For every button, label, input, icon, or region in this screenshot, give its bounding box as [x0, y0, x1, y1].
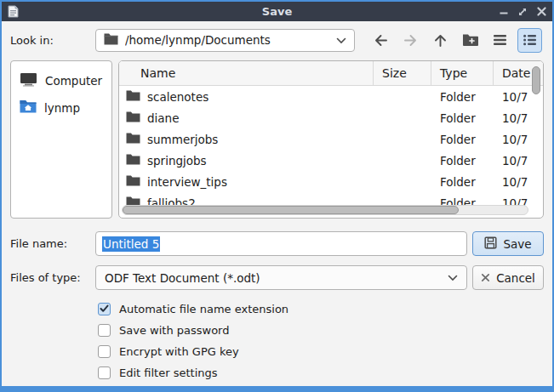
- checkbox-label: Automatic file name extension: [119, 303, 288, 315]
- look-in-value: /home/lynmp/Documents: [125, 33, 329, 47]
- save-dialog: Save Look in: /home/lynmp/Documents: [0, 0, 554, 392]
- file-name-value: Untitled 5: [102, 236, 160, 252]
- document-icon: [8, 5, 19, 18]
- table-row[interactable]: interview_tips Folder 10/7: [119, 171, 543, 192]
- cancel-button-label: Cancel: [496, 271, 535, 285]
- navigation-toolbar: [355, 28, 544, 53]
- sidebar-item-home[interactable]: lynmp: [11, 94, 111, 121]
- column-header-size[interactable]: Size: [374, 61, 431, 85]
- user-home-folder-icon: [20, 99, 37, 116]
- file-type-combobox[interactable]: ODF Text Document (*.odt): [95, 265, 467, 290]
- restore-button[interactable]: [517, 7, 528, 17]
- chevron-down-icon: [336, 34, 346, 47]
- window-title: Save: [2, 5, 552, 18]
- file-type: Folder: [431, 133, 494, 146]
- checkbox-save-with-password[interactable]: Save with password: [98, 323, 544, 337]
- save-button-label: Save: [503, 237, 531, 251]
- table-row[interactable]: springjobs Folder 10/7: [119, 150, 543, 171]
- up-button[interactable]: [428, 28, 453, 53]
- forward-button[interactable]: [398, 28, 423, 53]
- file-name-input[interactable]: Untitled 5: [95, 231, 467, 256]
- folder-icon: [126, 175, 140, 189]
- folder-icon: [126, 154, 140, 168]
- checkbox-edit-filter[interactable]: Edit filter settings: [98, 366, 544, 379]
- file-name: summerjobs: [147, 133, 218, 146]
- sidebar-item-label: lynmp: [44, 101, 80, 115]
- back-button[interactable]: [368, 28, 393, 53]
- close-x-icon: [481, 271, 490, 285]
- options-group: Automatic file name extension Save with …: [98, 301, 544, 379]
- checkbox-box[interactable]: [98, 324, 111, 337]
- vertical-scrollbar-thumb[interactable]: [532, 66, 540, 94]
- chevron-down-icon: [448, 271, 458, 284]
- file-name: springjobs: [147, 154, 207, 168]
- folder-icon: [104, 33, 118, 48]
- file-list: Name Size Type Date scalenotes Folder 10…: [118, 60, 544, 219]
- checkbox-encrypt-gpg[interactable]: Encrypt with GPG key: [98, 344, 544, 358]
- file-name: interview_tips: [147, 175, 227, 189]
- table-row[interactable]: diane Folder 10/7: [119, 107, 543, 128]
- save-button[interactable]: Save: [472, 231, 544, 256]
- floppy-save-icon: [484, 236, 497, 252]
- minimize-button[interactable]: [500, 8, 508, 16]
- file-type-value: ODF Text Document (*.odt): [105, 271, 448, 285]
- horizontal-scrollbar-thumb[interactable]: [123, 206, 459, 214]
- vertical-scrollbar[interactable]: [532, 64, 540, 204]
- checkbox-label: Save with password: [119, 324, 229, 337]
- column-header-name[interactable]: Name: [119, 61, 374, 85]
- cancel-button[interactable]: Cancel: [472, 265, 544, 290]
- computer-icon: [20, 72, 37, 89]
- file-type: Folder: [431, 175, 494, 189]
- places-sidebar: Computer lynmp: [10, 60, 112, 219]
- table-row[interactable]: summerjobs Folder 10/7: [119, 128, 543, 150]
- horizontal-scrollbar[interactable]: [122, 205, 528, 215]
- file-type: Folder: [431, 111, 494, 125]
- new-folder-button[interactable]: [458, 28, 483, 53]
- checkbox-box[interactable]: [98, 345, 111, 358]
- file-type: Folder: [431, 90, 494, 104]
- files-of-type-label: Files of type:: [10, 271, 95, 284]
- close-button[interactable]: [537, 7, 546, 16]
- look-in-combobox[interactable]: /home/lynmp/Documents: [95, 29, 355, 52]
- column-header-type[interactable]: Type: [431, 61, 494, 85]
- sidebar-item-label: Computer: [45, 74, 102, 88]
- dialog-content: Look in: /home/lynmp/Documents: [2, 21, 552, 386]
- file-name: diane: [147, 111, 179, 125]
- titlebar[interactable]: Save: [2, 2, 552, 21]
- checkbox-box[interactable]: [98, 366, 111, 379]
- folder-icon: [126, 133, 140, 146]
- sidebar-item-computer[interactable]: Computer: [11, 67, 111, 94]
- table-row[interactable]: scalenotes Folder 10/7: [119, 86, 543, 107]
- file-list-header: Name Size Type Date: [119, 61, 543, 86]
- file-name-label: File name:: [10, 237, 95, 250]
- checkbox-auto-extension[interactable]: Automatic file name extension: [98, 302, 544, 315]
- file-type: Folder: [431, 154, 494, 168]
- checkbox-label: Encrypt with GPG key: [119, 345, 239, 358]
- checkbox-box[interactable]: [98, 303, 111, 315]
- folder-icon: [126, 90, 140, 104]
- file-name: scalenotes: [147, 90, 208, 104]
- look-in-label: Look in:: [10, 34, 95, 47]
- detail-view-button[interactable]: [517, 28, 542, 53]
- checkbox-label: Edit filter settings: [119, 366, 218, 379]
- folder-icon: [126, 111, 140, 125]
- list-view-button[interactable]: [488, 28, 512, 53]
